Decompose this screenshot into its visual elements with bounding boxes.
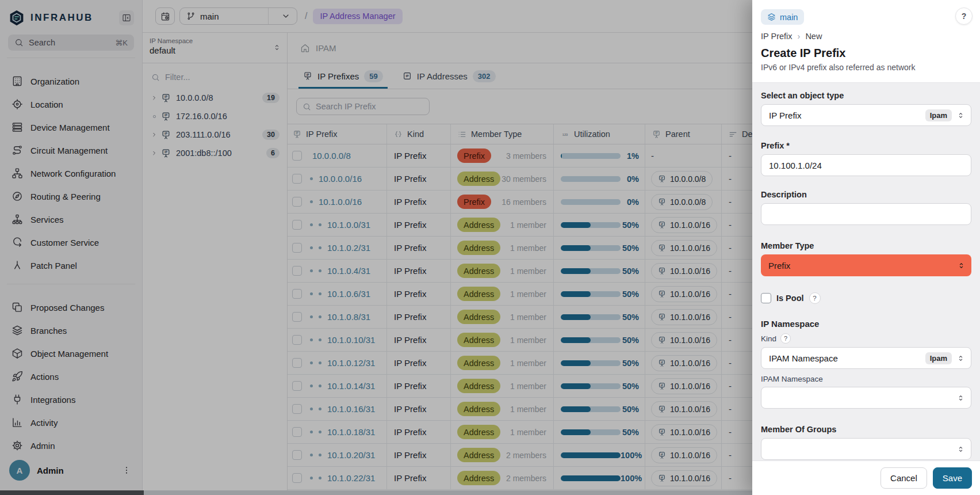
modal-overlay[interactable] <box>0 0 752 495</box>
is-pool-label: Is Pool <box>776 294 804 303</box>
member-type-label: Member Type <box>761 241 971 250</box>
branch-badge: main <box>761 9 804 25</box>
is-pool-help-button[interactable]: ? <box>809 292 821 304</box>
drawer-form: Select an object type IP Prefix Ipam Pre… <box>752 82 980 460</box>
drawer-footer: Cancel Save <box>752 460 980 495</box>
kind-select[interactable]: IPAM Namespace Ipam <box>761 347 971 369</box>
layers-icon <box>767 13 776 21</box>
object-type-select[interactable]: IP Prefix Ipam <box>761 104 971 126</box>
chevrons-up-down-icon <box>956 354 965 363</box>
description-input[interactable] <box>761 203 971 225</box>
member-of-groups-select[interactable] <box>761 438 971 460</box>
infrahub-app: INFRAHUB Search ⌘K Organization Location… <box>0 0 980 495</box>
ipam-namespace-label: IPAM Namespace <box>761 375 971 383</box>
member-type-value: Prefix <box>768 261 957 271</box>
chevrons-up-down-icon <box>956 445 965 454</box>
prefix-label: Prefix * <box>761 141 971 150</box>
breadcrumb-parent[interactable]: IP Prefix <box>761 32 793 41</box>
chevrons-up-down-icon <box>956 111 965 120</box>
member-of-groups-label: Member Of Groups <box>761 425 971 434</box>
breadcrumb-chevron: › <box>798 32 801 41</box>
help-button[interactable]: ? <box>955 7 973 25</box>
branch-badge-label: main <box>780 13 798 22</box>
drawer-title: Create IP Prefix <box>761 47 971 60</box>
create-ip-prefix-drawer: main ? IP Prefix › New Create IP Prefix … <box>752 0 980 495</box>
breadcrumb-current: New <box>805 32 822 41</box>
save-button[interactable]: Save <box>933 467 972 489</box>
ipam-namespace-select[interactable] <box>761 387 971 409</box>
object-type-label: Select an object type <box>761 91 971 100</box>
is-pool-row: Is Pool ? <box>761 292 971 304</box>
prefix-input[interactable] <box>761 154 971 176</box>
member-type-select[interactable]: Prefix <box>761 254 971 276</box>
kind-label-row: Kind ? <box>761 333 971 344</box>
ipam-badge: Ipam <box>925 109 952 121</box>
chevrons-up-down-icon <box>957 261 966 270</box>
object-type-value: IP Prefix <box>769 111 925 120</box>
description-label: Description <box>761 190 971 199</box>
drawer-breadcrumb: IP Prefix › New <box>761 32 971 41</box>
kind-label: Kind <box>761 334 776 343</box>
drawer-subtitle: IPv6 or IPv4 prefix also referred as net… <box>761 63 971 72</box>
is-pool-checkbox[interactable] <box>761 293 771 303</box>
ipam-badge: Ipam <box>925 352 952 364</box>
cancel-button[interactable]: Cancel <box>881 467 927 489</box>
kind-value: IPAM Namespace <box>769 353 925 363</box>
chevrons-up-down-icon <box>956 394 965 402</box>
ip-namespace-section-title: IP Namespace <box>761 319 971 329</box>
kind-help-button[interactable]: ? <box>780 333 791 344</box>
drawer-header: main ? IP Prefix › New Create IP Prefix … <box>752 0 980 72</box>
